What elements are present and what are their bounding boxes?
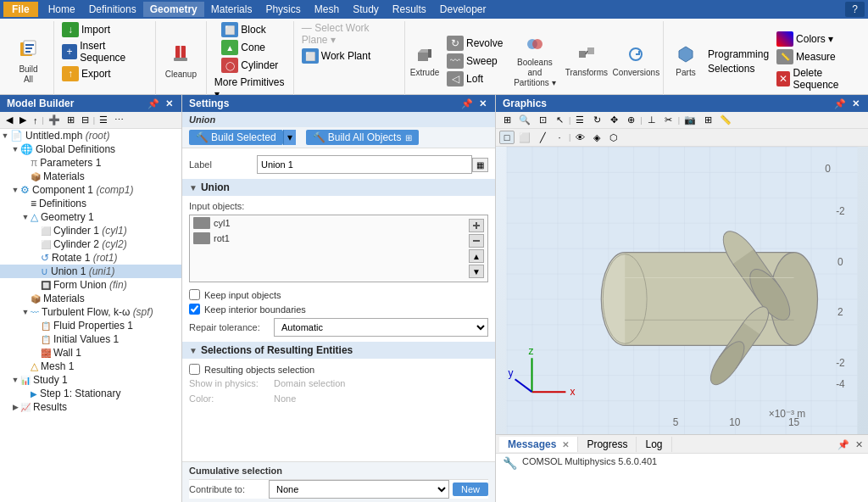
panel-close-button[interactable]: ✕ bbox=[164, 98, 175, 109]
rotate-button[interactable]: ↻ bbox=[589, 114, 604, 126]
tree-item-materials-global[interactable]: 📦 Materials bbox=[0, 170, 181, 183]
conversions-button[interactable]: Conversions bbox=[611, 42, 660, 80]
insert-sequence-button[interactable]: + Insert Sequence bbox=[59, 39, 150, 64]
measure-g-button[interactable]: 📏 bbox=[717, 114, 734, 126]
input-obj-down-button[interactable]: ▼ bbox=[469, 265, 484, 278]
more-options-button[interactable]: ⋯ bbox=[112, 114, 126, 126]
work-plane-button[interactable]: ⬜ Work Plant bbox=[299, 47, 400, 64]
new-button[interactable]: New bbox=[453, 482, 488, 496]
label-field-button[interactable]: ▦ bbox=[472, 158, 488, 172]
collapse-all-button[interactable]: ⊟ bbox=[79, 114, 92, 126]
extrude-button[interactable]: Extrude bbox=[408, 42, 442, 80]
delete-sequence-button[interactable]: ✕ Delete Sequence bbox=[774, 66, 860, 92]
input-obj-up-button[interactable]: ▲ bbox=[469, 249, 484, 263]
tree-item-uni1[interactable]: ∪ Union 1 (uni1) bbox=[0, 265, 181, 278]
tree-item-rot1[interactable]: ↺ Rotate 1 (rot1) bbox=[0, 251, 181, 265]
cam-menu-button[interactable]: 📷 bbox=[682, 114, 698, 126]
keep-interior-boundaries-checkbox[interactable] bbox=[189, 304, 200, 315]
build-selected-dropdown[interactable]: ▾ bbox=[283, 130, 296, 145]
menu-geometry[interactable]: Geometry bbox=[143, 2, 204, 17]
colors-button[interactable]: Colors ▾ bbox=[774, 31, 860, 47]
menu-home[interactable]: Home bbox=[42, 2, 82, 17]
sel-points-button[interactable]: · bbox=[552, 131, 567, 143]
nav-forward-button[interactable]: ▶ bbox=[17, 114, 29, 126]
cylinder-button[interactable]: ◯ Cylinder bbox=[219, 57, 281, 74]
select-all-button[interactable]: ⊡ bbox=[535, 114, 550, 126]
translate-button[interactable]: ✥ bbox=[606, 114, 621, 126]
input-obj-add-button[interactable] bbox=[469, 219, 484, 232]
tree-item-comp1[interactable]: ▼ ⚙ Component 1 (comp1) bbox=[0, 183, 181, 197]
nav-up-button[interactable]: ↑ bbox=[31, 114, 41, 126]
menu-file[interactable]: File bbox=[3, 2, 38, 17]
tree-item-geom1[interactable]: ▼ △ Geometry 1 bbox=[0, 210, 181, 224]
menu-study[interactable]: Study bbox=[346, 2, 386, 17]
sel-edges-button[interactable]: ╱ bbox=[535, 131, 550, 144]
cone-button[interactable]: ▲ Cone bbox=[219, 39, 281, 56]
add-node-button[interactable]: ➕ bbox=[46, 114, 63, 126]
nav-back-button[interactable]: ◀ bbox=[3, 114, 15, 126]
tab-log[interactable]: Log bbox=[637, 437, 671, 452]
union-section-header[interactable]: ▼ Union bbox=[182, 179, 495, 196]
input-obj-delete-button[interactable] bbox=[469, 234, 484, 248]
clip-button[interactable]: ✂ bbox=[661, 114, 676, 126]
menu-definitions[interactable]: Definitions bbox=[82, 2, 143, 17]
graphics-canvas[interactable]: x z y 0 -2 0 2 -2 -4 5 10 15 ×10⁻³ m bbox=[496, 147, 868, 434]
tree-item-defs[interactable]: ≡ Definitions bbox=[0, 197, 181, 210]
panel-pin-button[interactable]: 📌 bbox=[146, 98, 161, 109]
build-selected-button[interactable]: 🔨 Build Selected bbox=[189, 130, 283, 145]
build-all-objects-button[interactable]: 🔨 Build All Objects ⊞ bbox=[306, 130, 420, 145]
transforms-button[interactable]: Transforms bbox=[564, 42, 609, 80]
graphics-close-button[interactable]: ✕ bbox=[850, 98, 861, 109]
zoom-button[interactable]: ⊕ bbox=[623, 114, 638, 126]
tree-item-spf[interactable]: ▼ 〰 Turbulent Flow, k-ω (spf) bbox=[0, 305, 181, 319]
repair-tolerance-select[interactable]: Automatic Manual bbox=[274, 318, 488, 337]
settings-close-button[interactable]: ✕ bbox=[477, 98, 488, 109]
menu-mesh[interactable]: Mesh bbox=[308, 2, 346, 17]
messages-pin-button[interactable]: 📌 bbox=[836, 439, 851, 449]
tree-item-mesh1[interactable]: △ Mesh 1 bbox=[0, 360, 181, 373]
tree-item-cyl1[interactable]: ⬜ Cylinder 1 (cyl1) bbox=[0, 224, 181, 237]
parts-button[interactable]: Parts bbox=[669, 42, 703, 80]
tree-item-global[interactable]: ▼ 🌐 Global Definitions bbox=[0, 142, 181, 156]
render-button[interactable]: ◈ bbox=[589, 131, 604, 144]
tree-item-params[interactable]: π Parameters 1 bbox=[0, 156, 181, 170]
tree-item-study1[interactable]: ▼ 📊 Study 1 bbox=[0, 373, 181, 387]
menu-materials[interactable]: Materials bbox=[204, 2, 259, 17]
booleans-button[interactable]: Booleans andPartitions ▾ bbox=[508, 32, 561, 90]
tree-item-cyl2[interactable]: ⬜ Cylinder 2 (cyl2) bbox=[0, 237, 181, 251]
tree-item-step1[interactable]: ▶ Step 1: Stationary bbox=[0, 387, 181, 400]
export-button[interactable]: ↑ Export bbox=[59, 65, 150, 82]
graphics-pin-button[interactable]: 📌 bbox=[832, 98, 848, 109]
measure-button[interactable]: 📏 Measure bbox=[774, 48, 860, 65]
build-all-button[interactable]: BuildAll bbox=[12, 36, 46, 86]
tree-item-results[interactable]: ▶ 📈 Results bbox=[0, 400, 181, 414]
contribute-select[interactable]: None bbox=[269, 480, 449, 499]
select-mode-button[interactable]: ↖ bbox=[552, 114, 567, 126]
cleanup-button[interactable]: Cleanup bbox=[162, 41, 200, 81]
loft-button[interactable]: ◁Loft bbox=[444, 70, 505, 87]
menu-physics[interactable]: Physics bbox=[259, 2, 307, 17]
programming-button[interactable]: Programming bbox=[705, 47, 771, 61]
keep-input-objects-checkbox[interactable] bbox=[189, 289, 200, 300]
settings-pin-button[interactable]: 📌 bbox=[459, 98, 475, 109]
view-options-button[interactable]: ☰ bbox=[97, 114, 110, 126]
tree-item-wall1[interactable]: 🧱 Wall 1 bbox=[0, 346, 181, 360]
revolve-button[interactable]: ↻Revolve bbox=[444, 35, 505, 52]
menu-help[interactable]: ? bbox=[845, 2, 865, 17]
sel-domains-button[interactable]: □ bbox=[499, 131, 515, 144]
menu-developer[interactable]: Developer bbox=[433, 2, 493, 17]
vis-menu-button[interactable]: 👁 bbox=[572, 131, 587, 143]
wireframe-button[interactable]: ⬡ bbox=[606, 131, 621, 144]
menu-results[interactable]: Results bbox=[386, 2, 433, 17]
zoom-extents-button[interactable]: ⊞ bbox=[499, 114, 515, 126]
tab-progress[interactable]: Progress bbox=[578, 437, 637, 452]
messages-close-button[interactable]: ✕ bbox=[854, 439, 865, 449]
import-button[interactable]: ↓ Import bbox=[59, 21, 150, 38]
tree-item-materials[interactable]: 📦 Materials bbox=[0, 292, 181, 305]
tab-messages[interactable]: Messages ✕ bbox=[499, 437, 578, 452]
tab-messages-close[interactable]: ✕ bbox=[562, 440, 569, 449]
snap-button[interactable]: ⊞ bbox=[700, 114, 715, 126]
block-button[interactable]: ⬜ Block bbox=[219, 21, 281, 38]
orient-button[interactable]: ⊥ bbox=[644, 114, 659, 126]
select-work-plane-button[interactable]: — Select Work Plane ▾ bbox=[299, 21, 400, 47]
